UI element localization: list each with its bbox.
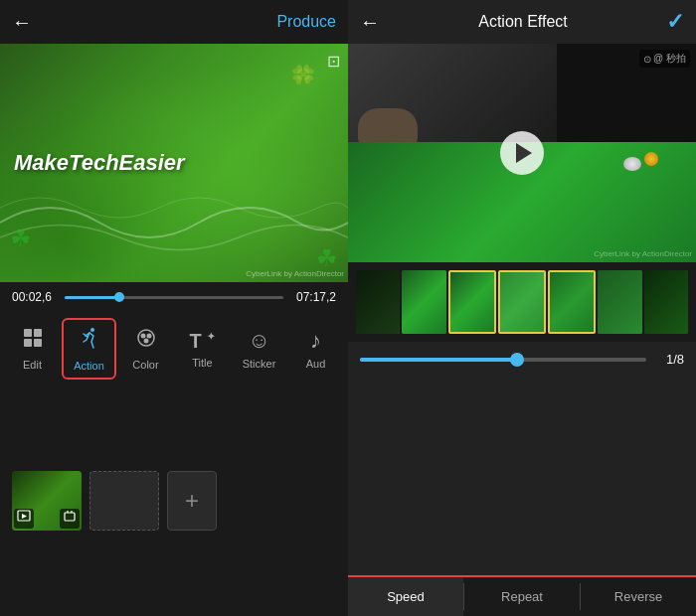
clip-icon-right: [60, 509, 80, 529]
fullscreen-icon[interactable]: ⊡: [327, 52, 340, 71]
toolbar-label-color: Color: [132, 359, 158, 371]
timeline-dot: [114, 292, 124, 302]
slider-track[interactable]: [360, 358, 646, 362]
time-end: 07:17,2: [291, 290, 336, 304]
film-frame-1: [356, 270, 400, 334]
clover-decoration-3: ☘: [316, 244, 338, 272]
left-header: ← Produce: [0, 0, 348, 44]
svg-point-5: [138, 330, 154, 346]
add-clip-button[interactable]: +: [167, 471, 217, 531]
toolbar-label-edit: Edit: [23, 359, 42, 371]
clover-decoration-2: 🍀: [288, 64, 318, 91]
svg-rect-2: [24, 339, 32, 347]
clip-empty: [89, 471, 159, 531]
svg-point-7: [146, 334, 151, 339]
tab-repeat[interactable]: Repeat: [464, 577, 580, 616]
right-back-button[interactable]: ←: [360, 11, 380, 34]
color-icon: [135, 327, 157, 355]
film-frame-content-4: [500, 272, 544, 332]
right-panel-title: Action Effect: [466, 0, 580, 44]
weibo-badge: ⊙ @ 秒拍: [639, 50, 690, 68]
toolbar-label-title: Title: [192, 357, 212, 369]
clip-thumbnail-1[interactable]: [12, 471, 82, 531]
svg-rect-3: [34, 339, 42, 347]
toolbar-label-audio: Aud: [306, 358, 326, 370]
slider-section: 1/8: [348, 342, 696, 377]
right-panel: ← Action Effect ✓ ⊙ @ 秒拍 CyberLink by Ac…: [348, 0, 696, 616]
clover-decoration-1: ☘: [10, 225, 32, 252]
svg-rect-0: [24, 329, 32, 337]
toolbar-item-action[interactable]: Action: [62, 318, 116, 380]
slider-value: 1/8: [654, 352, 684, 367]
right-header: ← Action Effect ✓: [348, 0, 696, 44]
toolbar: Edit Action: [0, 312, 348, 385]
film-frame-content-7: [644, 270, 688, 334]
svg-rect-11: [65, 513, 75, 521]
pool-ball-white: [623, 157, 641, 171]
slider-thumb[interactable]: [510, 353, 524, 367]
film-frame-content-6: [598, 270, 641, 334]
weibo-label: @ 秒拍: [653, 52, 686, 66]
svg-rect-1: [34, 329, 42, 337]
action-icon: [78, 326, 101, 356]
tabs-section: Speed Repeat Reverse: [348, 575, 696, 616]
svg-point-6: [140, 334, 145, 339]
toolbar-item-color[interactable]: Color: [118, 321, 173, 377]
title-icon: T ✦: [190, 330, 216, 353]
left-back-button[interactable]: ←: [12, 11, 32, 34]
filmstrip-section: [348, 262, 696, 342]
film-frame-content-2: [402, 270, 445, 334]
timeline-section: 00:02,6 07:17,2: [0, 282, 348, 312]
timeline-bar[interactable]: [65, 296, 283, 299]
audio-icon: ♪: [310, 328, 321, 354]
timeline-progress: [65, 296, 119, 299]
produce-button[interactable]: Produce: [276, 13, 336, 31]
left-panel: ← Produce MakeTechEasier ☘ 🍀 ☘ CyberLink…: [0, 0, 348, 616]
toolbar-item-title[interactable]: T ✦ Title: [175, 324, 230, 375]
film-frame-3-selected: [448, 270, 496, 334]
clip-icon-left: [14, 509, 34, 529]
edit-icon: [22, 327, 44, 355]
right-video-preview: ⊙ @ 秒拍 CyberLink by ActionDirector: [348, 44, 696, 262]
svg-marker-10: [22, 514, 27, 519]
film-frame-5-selected: [548, 270, 596, 334]
film-frame-content-3: [450, 272, 494, 332]
tab-speed[interactable]: Speed: [348, 577, 463, 616]
svg-point-4: [90, 328, 94, 332]
toolbar-item-edit[interactable]: Edit: [5, 321, 60, 377]
confirm-button[interactable]: ✓: [666, 9, 684, 35]
film-frame-6: [598, 270, 641, 334]
toolbar-item-audio[interactable]: ♪ Aud: [288, 322, 343, 376]
camera-icon: ⊙: [643, 54, 651, 65]
left-video-preview: MakeTechEasier ☘ 🍀 ☘ CyberLink by Action…: [0, 44, 348, 282]
film-frame-content-1: [356, 270, 400, 334]
toolbar-item-sticker[interactable]: ☺ Sticker: [232, 322, 286, 376]
svg-point-8: [143, 339, 148, 344]
toolbar-label-action: Action: [74, 360, 104, 372]
cyberlink-watermark-left: CyberLink by ActionDirector: [246, 269, 344, 278]
film-frame-7: [644, 270, 688, 334]
toolbar-label-sticker: Sticker: [243, 358, 276, 370]
tab-reverse[interactable]: Reverse: [581, 577, 696, 616]
pool-ball-yellow: [644, 152, 658, 166]
video-title: MakeTechEasier: [14, 150, 185, 176]
clips-section: +: [0, 385, 348, 616]
time-start: 00:02,6: [12, 290, 57, 304]
play-triangle: [516, 143, 532, 163]
cyberlink-watermark-right: CyberLink by ActionDirector: [594, 249, 692, 258]
slider-fill: [360, 358, 517, 362]
wave-lines: [0, 183, 348, 262]
film-frame-2: [402, 270, 445, 334]
sticker-icon: ☺: [248, 328, 269, 354]
film-frame-content-5: [550, 272, 594, 332]
film-frame-4-selected: [498, 270, 546, 334]
play-button-right[interactable]: [500, 131, 544, 175]
